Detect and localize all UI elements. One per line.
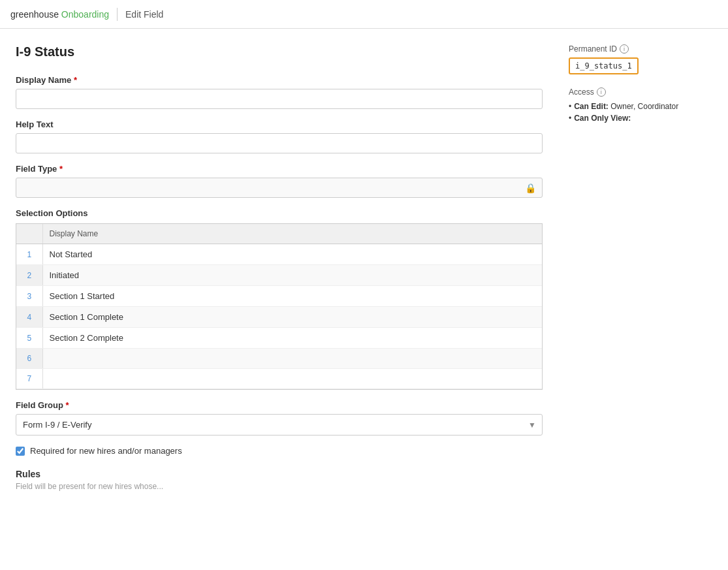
table-scroll-container[interactable]: Display Name 1 Not Started 2 Initiated 3…	[16, 224, 542, 389]
col-display-name: Display Name	[42, 224, 542, 244]
row-num: 6	[16, 349, 42, 369]
row-num: 7	[16, 369, 42, 389]
can-only-view-item: • Can Only View:	[569, 114, 712, 123]
app-header: greenhouse Onboarding Edit Field	[0, 0, 728, 29]
field-type-group: Field Type * Single Select 🔒	[16, 164, 543, 198]
help-text-group: Help Text	[16, 119, 543, 153]
field-group-label: Field Group *	[16, 400, 543, 410]
permanent-id-label-row: Permanent ID i	[569, 44, 712, 54]
field-type-input: Single Select	[16, 178, 543, 198]
table-row: 7	[16, 369, 542, 389]
right-panel: Permanent ID i i_9_status_1 Access i • C…	[569, 44, 712, 501]
field-group-group: Field Group * Form I-9 / E-Verify ▼	[16, 400, 543, 435]
field-type-required: *	[59, 164, 63, 174]
row-num: 4	[16, 307, 42, 328]
page-title: I-9 Status	[16, 44, 543, 59]
field-group-select[interactable]: Form I-9 / E-Verify	[16, 414, 543, 435]
permanent-id-value: i_9_status_1	[569, 57, 639, 74]
lock-icon: 🔒	[525, 183, 536, 193]
can-only-view-label: Can Only View:	[574, 114, 631, 123]
row-name[interactable]: Not Started	[42, 244, 542, 265]
can-only-view-text: Can Only View:	[574, 114, 631, 123]
can-edit-value: Owner, Coordinator	[610, 102, 678, 111]
rules-title: Rules	[16, 469, 543, 479]
access-label-text: Access	[569, 87, 594, 97]
can-edit-label: Can Edit:	[574, 102, 609, 111]
permanent-id-section: Permanent ID i i_9_status_1	[569, 44, 712, 74]
selection-options-table-wrapper: Display Name 1 Not Started 2 Initiated 3…	[16, 223, 543, 390]
required-checkbox-label[interactable]: Required for new hires and/or managers	[30, 446, 182, 456]
selection-options-group: Selection Options Display Name 1 Not Sta…	[16, 208, 543, 390]
permanent-id-label-text: Permanent ID	[569, 44, 617, 54]
row-num: 5	[16, 328, 42, 349]
logo: greenhouse Onboarding	[10, 9, 109, 20]
options-tbody: 1 Not Started 2 Initiated 3 Section 1 St…	[16, 244, 542, 389]
field-type-label: Field Type *	[16, 164, 543, 174]
required-checkbox-group: Required for new hires and/or managers	[16, 446, 543, 456]
access-info-icon: i	[597, 87, 606, 97]
permanent-id-info-icon: i	[620, 44, 629, 54]
row-num: 1	[16, 244, 42, 265]
display-name-group: Display Name * I-9 Status	[16, 75, 543, 109]
help-text-label: Help Text	[16, 119, 543, 129]
can-edit-item: • Can Edit: Owner, Coordinator	[569, 102, 712, 111]
can-edit-text: Can Edit: Owner, Coordinator	[574, 102, 678, 111]
table-row: 4 Section 1 Complete	[16, 307, 542, 328]
help-text-input[interactable]	[16, 133, 543, 153]
main-content: I-9 Status Display Name * I-9 Status Hel…	[0, 29, 728, 517]
logo-colored: Onboarding	[61, 9, 109, 20]
row-name[interactable]: Section 1 Complete	[42, 307, 542, 328]
display-name-label: Display Name *	[16, 75, 543, 85]
access-section: Access i • Can Edit: Owner, Coordinator …	[569, 87, 712, 123]
field-type-wrapper: Single Select 🔒	[16, 178, 543, 198]
access-label-row: Access i	[569, 87, 712, 97]
display-name-input[interactable]: I-9 Status	[16, 89, 543, 109]
rules-section: Rules Field will be present for new hire…	[16, 469, 543, 491]
rules-subtitle: Field will be present for new hires whos…	[16, 482, 543, 491]
required-checkbox[interactable]	[16, 447, 25, 456]
display-name-required: *	[74, 75, 77, 85]
table-row: 3 Section 1 Started	[16, 286, 542, 307]
header-divider	[117, 8, 118, 21]
table-row: 5 Section 2 Complete	[16, 328, 542, 349]
col-num	[16, 224, 42, 244]
options-table: Display Name 1 Not Started 2 Initiated 3…	[16, 224, 542, 389]
field-group-required: *	[66, 400, 69, 410]
row-num: 2	[16, 265, 42, 286]
table-row: 2 Initiated	[16, 265, 542, 286]
field-group-select-wrapper: Form I-9 / E-Verify ▼	[16, 414, 543, 435]
row-name[interactable]: Section 2 Complete	[42, 328, 542, 349]
selection-options-label: Selection Options	[16, 208, 543, 218]
row-num: 3	[16, 286, 42, 307]
row-name[interactable]: Section 1 Started	[42, 286, 542, 307]
page-breadcrumb: Edit Field	[125, 9, 163, 20]
row-name[interactable]: Initiated	[42, 265, 542, 286]
table-row: 6	[16, 349, 542, 369]
table-row: 1 Not Started	[16, 244, 542, 265]
row-name[interactable]	[42, 369, 542, 389]
can-edit-bullet: •	[569, 102, 571, 111]
left-panel: I-9 Status Display Name * I-9 Status Hel…	[16, 44, 543, 501]
table-header: Display Name	[16, 224, 542, 244]
row-name[interactable]	[42, 349, 542, 369]
can-only-view-bullet: •	[569, 114, 571, 123]
